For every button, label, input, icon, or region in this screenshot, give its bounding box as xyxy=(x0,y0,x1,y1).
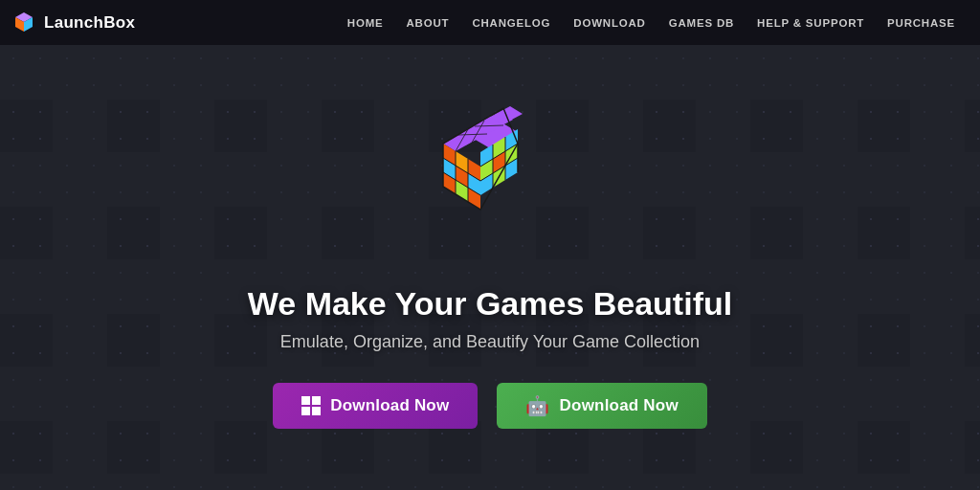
nav-links: HOME ABOUT CHANGELOG DOWNLOAD GAMES DB H… xyxy=(338,0,965,45)
hero-buttons: Download Now 🤖 Download Now xyxy=(273,383,707,429)
rubiks-cube-container xyxy=(418,106,562,268)
download-android-button[interactable]: 🤖 Download Now xyxy=(497,383,706,429)
nav-download[interactable]: DOWNLOAD xyxy=(564,0,655,45)
hero-title: We Make Your Games Beautiful xyxy=(248,285,732,323)
download-windows-label: Download Now xyxy=(330,396,449,415)
nav-purchase[interactable]: PURCHASE xyxy=(878,0,965,45)
hero-section: We Make Your Games Beautiful Emulate, Or… xyxy=(0,45,980,490)
hero-subtitle: Emulate, Organize, and Beautify Your Gam… xyxy=(280,332,700,352)
nav-help-support[interactable]: HELP & SUPPORT xyxy=(747,0,874,45)
nav-home[interactable]: HOME xyxy=(338,0,393,45)
nav-about[interactable]: ABOUT xyxy=(396,0,458,45)
download-windows-button[interactable]: Download Now xyxy=(273,383,478,429)
nav-games-db[interactable]: GAMES DB xyxy=(659,0,744,45)
brand-cube-icon xyxy=(11,11,36,35)
download-android-label: Download Now xyxy=(560,396,679,415)
android-icon: 🤖 xyxy=(525,396,549,415)
rubiks-cube-icon xyxy=(418,106,562,264)
nav-changelog[interactable]: CHANGELOG xyxy=(462,0,560,45)
brand-logo[interactable]: LaunchBox xyxy=(11,11,135,35)
hero-content: We Make Your Games Beautiful Emulate, Or… xyxy=(248,106,732,429)
windows-icon xyxy=(301,396,321,415)
brand-name: LaunchBox xyxy=(44,13,135,33)
navbar: LaunchBox HOME ABOUT CHANGELOG DOWNLOAD … xyxy=(0,0,980,45)
